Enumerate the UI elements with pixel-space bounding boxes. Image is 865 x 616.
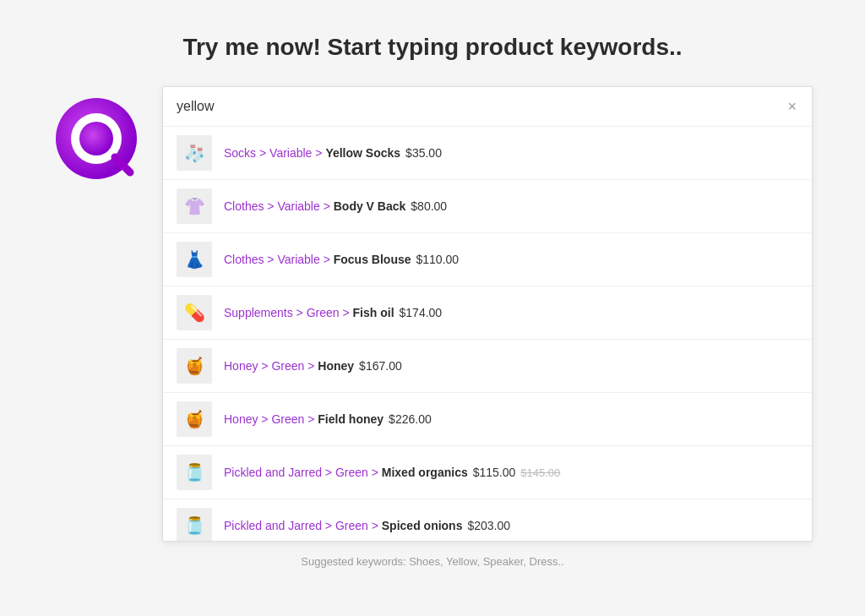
result-item[interactable]: 🧦Socks > Variable > Yellow Socks$35.00 (163, 127, 812, 180)
result-name: Body V Back (334, 199, 406, 213)
result-info: Honey > Green > Honey$167.00 (224, 359, 798, 373)
result-item[interactable]: 💊Supplements > Green > Fish oil$174.00 (163, 286, 812, 340)
result-original-price: $145.00 (520, 466, 560, 479)
logo-icon (52, 95, 145, 188)
result-breadcrumb: Supplements > Green > (224, 306, 353, 319)
result-info: Socks > Variable > Yellow Socks$35.00 (224, 146, 798, 160)
result-price: $203.00 (467, 519, 510, 532)
result-info: Clothes > Variable > Focus Blouse$110.00 (224, 253, 798, 266)
result-info: Clothes > Variable > Body V Back$80.00 (224, 199, 798, 213)
result-item[interactable]: 👚Clothes > Variable > Body V Back$80.00 (163, 180, 812, 233)
svg-point-2 (79, 122, 113, 155)
result-info: Pickled and Jarred > Green > Mixed organ… (224, 466, 798, 479)
result-thumbnail: 🫙 (177, 508, 212, 541)
result-name: Honey (318, 359, 354, 373)
result-name: Spiced onions (382, 519, 463, 532)
result-thumbnail: 👚 (177, 188, 212, 224)
result-thumbnail: 🍯 (177, 348, 212, 384)
result-price: $115.00 (473, 466, 516, 479)
result-breadcrumb: Clothes > Variable > (224, 253, 334, 266)
result-thumbnail: 🍯 (177, 401, 212, 437)
result-breadcrumb: Clothes > Variable > (224, 199, 334, 213)
result-price: $110.00 (416, 253, 460, 266)
result-item[interactable]: 🫙Pickled and Jarred > Green > Mixed orga… (163, 446, 812, 499)
result-item[interactable]: 👗Clothes > Variable > Focus Blouse$110.0… (163, 233, 812, 286)
suggested-keywords: Suggested keywords: Shoes, Yellow, Speak… (301, 555, 563, 568)
close-button[interactable]: × (786, 97, 798, 116)
search-area: × 🧦Socks > Variable > Yellow Socks$35.00… (52, 86, 813, 542)
search-input[interactable] (177, 99, 786, 114)
result-thumbnail: 👗 (177, 242, 212, 277)
search-container: × 🧦Socks > Variable > Yellow Socks$35.00… (162, 86, 813, 542)
result-item[interactable]: 🫙Pickled and Jarred > Green > Spiced oni… (163, 499, 812, 541)
result-info: Honey > Green > Field honey$226.00 (224, 412, 798, 426)
result-thumbnail: 🫙 (177, 455, 212, 490)
result-price: $226.00 (389, 412, 432, 426)
result-name: Mixed organics (382, 466, 468, 479)
result-info: Supplements > Green > Fish oil$174.00 (224, 306, 798, 319)
result-item[interactable]: 🍯Honey > Green > Honey$167.00 (163, 340, 812, 393)
result-breadcrumb: Pickled and Jarred > Green > (224, 519, 382, 532)
page-title: Try me now! Start typing product keyword… (182, 34, 682, 61)
result-name: Field honey (318, 412, 384, 426)
result-price: $167.00 (359, 359, 402, 373)
result-name: Yellow Socks (325, 146, 400, 160)
result-price: $35.00 (405, 146, 442, 160)
result-thumbnail: 💊 (177, 295, 212, 330)
result-price: $174.00 (400, 306, 443, 319)
result-name: Focus Blouse (334, 253, 411, 266)
result-item[interactable]: 🍯Honey > Green > Field honey$226.00 (163, 393, 812, 446)
search-header: × (163, 87, 812, 127)
result-breadcrumb: Socks > Variable > (224, 146, 325, 160)
result-breadcrumb: Honey > Green > (224, 412, 318, 426)
results-list: 🧦Socks > Variable > Yellow Socks$35.00👚C… (163, 127, 812, 541)
result-breadcrumb: Honey > Green > (224, 359, 318, 373)
result-price: $80.00 (411, 199, 447, 213)
result-thumbnail: 🧦 (177, 135, 212, 171)
result-info: Pickled and Jarred > Green > Spiced onio… (224, 519, 798, 532)
result-breadcrumb: Pickled and Jarred > Green > (224, 466, 382, 479)
result-name: Fish oil (353, 306, 394, 319)
